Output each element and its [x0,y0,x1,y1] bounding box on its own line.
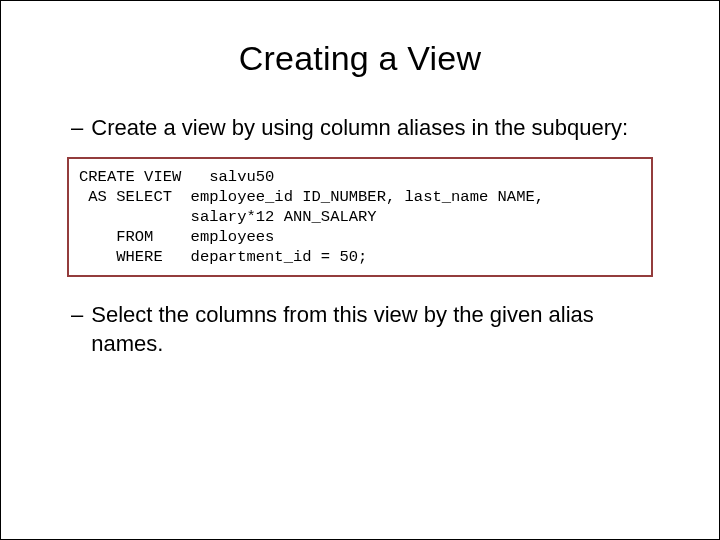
bullet-text-2: Select the columns from this view by the… [91,301,669,358]
bullet-item-1: – Create a view by using column aliases … [71,114,669,143]
slide-content: Creating a View – Create a view by using… [1,1,719,402]
slide-title: Creating a View [51,39,669,78]
bullet-item-2: – Select the columns from this view by t… [71,301,669,358]
bullet-dash-icon: – [71,301,83,358]
sql-code-block: CREATE VIEW salvu50 AS SELECT employee_i… [67,157,653,278]
bullet-dash-icon: – [71,114,83,143]
bullet-text-1: Create a view by using column aliases in… [91,114,669,143]
